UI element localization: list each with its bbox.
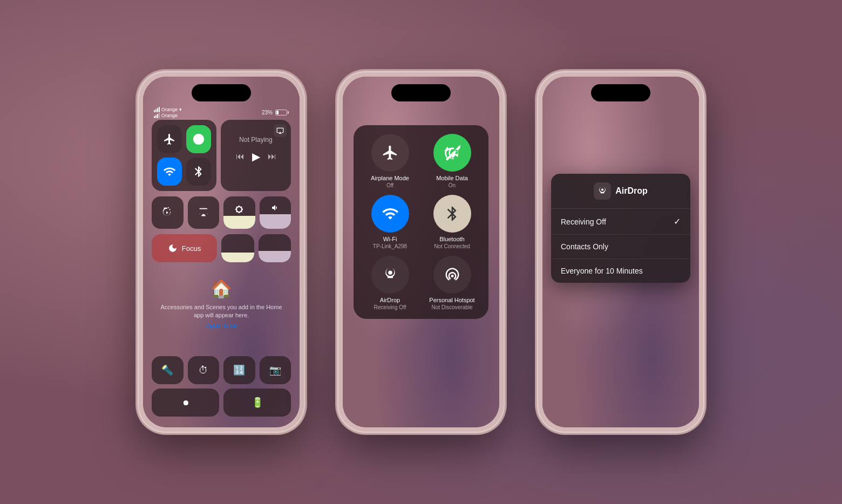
rewind-button[interactable]: ⏮: [236, 152, 245, 161]
signal-bar: [159, 107, 160, 112]
expanded-connectivity-panel: Airplane Mode Off Mobile Data On W: [354, 125, 488, 319]
hotspot-cell[interactable]: Personal Hotspot Not Discoverable: [424, 256, 480, 310]
airdrop-popup: AirDrop Receiving Off ✓ Contacts Only Ev…: [551, 174, 690, 283]
flashlight-button[interactable]: 🔦: [152, 356, 184, 384]
control-center-1: Not Playing ⏮ ▶ ⏭: [152, 120, 291, 339]
volume-slider-2[interactable]: [259, 234, 291, 262]
home-icon: 🏠: [210, 278, 232, 299]
receiving-off-checkmark: ✓: [674, 216, 681, 227]
conn-top-row: [157, 125, 211, 153]
wifi-icon-circle: [371, 195, 409, 233]
dynamic-island-1: [192, 84, 251, 101]
wifi-cell[interactable]: Wi-Fi TP-Link_A298: [362, 195, 418, 249]
hotspot-icon-circle: [433, 256, 471, 294]
airdrop-status: Receiving Off: [374, 304, 406, 310]
hotspot-icon: [444, 267, 460, 283]
wifi-button[interactable]: [157, 158, 182, 186]
wifi-icon: [163, 165, 176, 178]
play-button[interactable]: ▶: [252, 150, 260, 163]
signal-bars-2: [154, 113, 160, 118]
battery-widget-button[interactable]: 🔋: [223, 389, 291, 417]
timer-button[interactable]: ⏱: [188, 356, 220, 384]
bluetooth-exp-icon: [444, 205, 461, 222]
wifi-status-icon: ▾: [179, 107, 182, 112]
screen-mirror-button[interactable]: [188, 196, 220, 229]
bluetooth-status: Not Connected: [434, 243, 470, 249]
airplane-mode-icon: [382, 144, 399, 161]
signal-bar: [155, 115, 157, 118]
screen-mirror-icon: [198, 207, 209, 219]
conn-bottom-row: [157, 158, 211, 186]
wifi-label: Wi-Fi: [383, 236, 397, 242]
wifi-exp-icon: [382, 205, 399, 222]
airdrop-popup-title: AirDrop: [615, 186, 648, 196]
brightness-fill: [223, 216, 255, 229]
signal-bar: [157, 108, 158, 112]
battery-body: [275, 110, 287, 115]
bottom-row-1: 🔦 ⏱ 🔢 📷: [152, 356, 291, 384]
signal-bar: [157, 114, 158, 118]
focus-label: Focus: [182, 244, 201, 253]
signal-bars-1: [154, 107, 160, 112]
airplane-icon: [163, 133, 176, 146]
airdrop-label: AirDrop: [380, 297, 400, 303]
bluetooth-label: Bluetooth: [439, 236, 464, 242]
connectivity-panel: [152, 120, 216, 191]
bottom-toolbar-1: 🔦 ⏱ 🔢 📷 ⏺ 🔋: [152, 356, 291, 417]
airdrop-cell[interactable]: AirDrop Receiving Off: [362, 256, 418, 310]
mobile-data-label: Mobile Data: [436, 175, 468, 181]
status-left-1: Orange ▾ Orange: [154, 107, 182, 118]
cellular-button[interactable]: [186, 125, 211, 153]
battery-icon: [275, 110, 289, 115]
not-playing-label: Not Playing ⏮ ▶ ⏭: [226, 136, 286, 163]
airplane-mode-cell[interactable]: Airplane Mode Off: [362, 134, 418, 188]
carrier-1-label: Orange: [161, 107, 178, 112]
airplay-button[interactable]: [274, 124, 287, 137]
orientation-lock-button[interactable]: [152, 196, 184, 229]
record-button[interactable]: ⏺: [152, 389, 219, 417]
mobile-data-cell[interactable]: Mobile Data On: [424, 134, 480, 188]
airdrop-option-receiving-off[interactable]: Receiving Off ✓: [551, 209, 690, 235]
airdrop-popup-icon: [597, 186, 608, 196]
camera-button[interactable]: 📷: [260, 356, 291, 384]
bluetooth-cell[interactable]: Bluetooth Not Connected: [424, 195, 480, 249]
moon-icon: [168, 243, 178, 253]
airdrop-popup-header: AirDrop: [551, 174, 690, 209]
volume-fill-2: [259, 251, 291, 262]
svg-point-1: [388, 271, 392, 275]
brightness-slider[interactable]: [223, 196, 255, 229]
airplane-mode-button[interactable]: [157, 125, 182, 153]
focus-button[interactable]: Focus: [152, 234, 217, 262]
phone-3: AirDrop Receiving Off ✓ Contacts Only Ev…: [537, 71, 704, 433]
volume-fill: [260, 214, 291, 229]
airdrop-popup-icon-container: [594, 182, 611, 200]
hotspot-label: Personal Hotspot: [429, 297, 474, 303]
bluetooth-button[interactable]: [186, 158, 211, 186]
fast-forward-button[interactable]: ⏭: [268, 152, 276, 161]
airplane-mode-status: Off: [386, 182, 393, 188]
airdrop-exp-icon: [382, 267, 398, 283]
airdrop-option-contacts-only[interactable]: Contacts Only: [551, 235, 690, 259]
receiving-off-label: Receiving Off: [561, 217, 606, 226]
bluetooth-icon-circle: [433, 195, 471, 233]
airdrop-option-everyone[interactable]: Everyone for 10 Minutes: [551, 259, 690, 283]
phone-1: Orange ▾ Orange 23%: [138, 71, 305, 433]
brightness-slider-2[interactable]: [221, 234, 254, 262]
signal-bar: [154, 116, 155, 118]
airplay-icon: [276, 127, 284, 134]
not-playing-text: Not Playing: [226, 136, 286, 144]
bluetooth-icon: [192, 165, 205, 178]
wifi-network: TP-Link_A298: [373, 243, 407, 249]
volume-slider[interactable]: [260, 196, 291, 229]
dynamic-island-2: [391, 84, 451, 101]
brightness-fill-2: [221, 253, 254, 262]
bottom-row-2: ⏺ 🔋: [152, 389, 291, 417]
airplane-mode-label: Airplane Mode: [371, 175, 409, 181]
hotspot-status: Not Discoverable: [431, 304, 472, 310]
carrier-row-2: Orange: [154, 113, 182, 118]
mobile-data-status: On: [449, 182, 456, 188]
mobile-data-icon-circle: [433, 134, 471, 172]
cellular-icon: [192, 133, 205, 146]
calculator-button[interactable]: 🔢: [223, 356, 255, 384]
open-home-link[interactable]: Open Home: [205, 322, 237, 329]
